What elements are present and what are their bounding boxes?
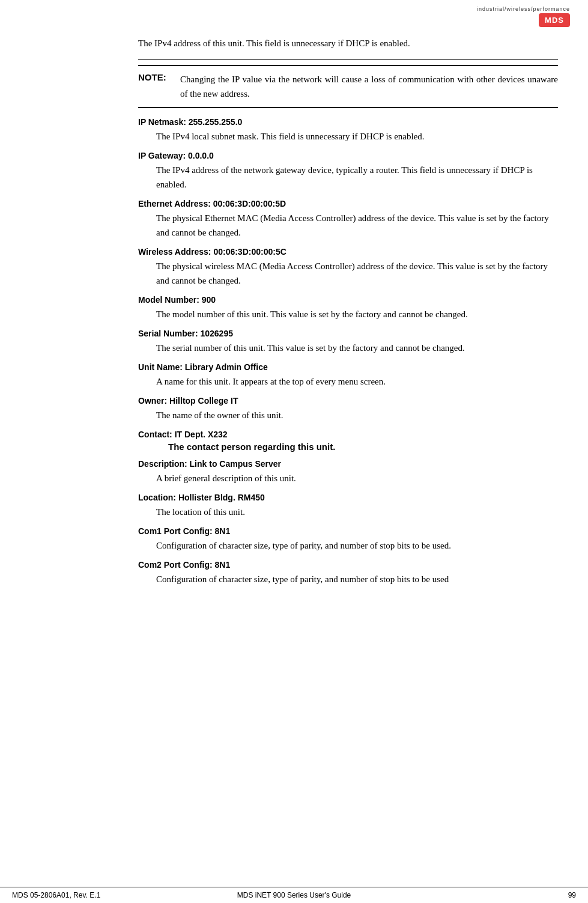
field-owner: Owner: Hilltop College IT The name of th… [138,396,558,422]
field-unit-name: Unit Name: Library Admin Office A name f… [138,362,558,389]
note-text: Changing the IP value via the network wi… [180,72,558,101]
field-ip-netmask: IP Netmask: 255.255.255.0 The IPv4 local… [138,117,558,144]
field-desc-ethernet-address: The physical Ethernet MAC (Media Access … [138,211,558,240]
field-label-com1-port: Com1 Port Config: 8N1 [138,526,558,536]
main-content: The IPv4 address of this unit. This fiel… [0,30,588,606]
field-com2-port: Com2 Port Config: 8N1 Configuration of c… [138,560,558,586]
footer-title: MDS iNET 900 Series User's Guide [200,891,388,899]
footer-doc-id: MDS 05-2806A01, Rev. E.1 [12,891,200,899]
field-wireless-address: Wireless Address: 00:06:3D:00:00:5C The … [138,247,558,288]
field-desc-unit-name: A name for this unit. It appears at the … [138,374,558,389]
field-label-wireless-address: Wireless Address: 00:06:3D:00:00:5C [138,247,558,257]
field-com1-port: Com1 Port Config: 8N1 Configuration of c… [138,526,558,553]
field-label-ip-netmask: IP Netmask: 255.255.255.0 [138,117,558,127]
field-location: Location: Hollister Bldg. RM450 The loca… [138,493,558,519]
field-ethernet-address: Ethernet Address: 00:06:3D:00:00:5D The … [138,199,558,240]
field-model-number: Model Number: 900 The model number of th… [138,295,558,321]
field-desc-location: The location of this unit. [138,505,558,519]
intro-text: The IPv4 address of this unit. This fiel… [138,36,558,50]
field-contact: Contact: IT Dept. X232 The contact perso… [138,430,558,452]
field-desc-model-number: The model number of this unit. This valu… [138,307,558,321]
field-ip-gateway: IP Gateway: 0.0.0.0 The IPv4 address of … [138,151,558,192]
field-label-serial-number: Serial Number: 1026295 [138,329,558,338]
field-desc-wireless-address: The physical wireless MAC (Media Access … [138,259,558,288]
footer: MDS 05-2806A01, Rev. E.1 MDS iNET 900 Se… [0,887,588,903]
note-box: NOTE: Changing the IP value via the netw… [138,65,558,108]
field-desc-serial-number: The serial number of this unit. This val… [138,341,558,355]
fields-container: IP Netmask: 255.255.255.0 The IPv4 local… [138,117,558,586]
field-desc-owner: The name of the owner of this unit. [138,408,558,422]
field-description: Description: Link to Campus Server A bri… [138,459,558,485]
field-label-unit-name: Unit Name: Library Admin Office [138,362,558,372]
footer-page-number: 99 [388,891,576,899]
field-label-ethernet-address: Ethernet Address: 00:06:3D:00:00:5D [138,199,558,208]
field-label-owner: Owner: Hilltop College IT [138,396,558,406]
header: industrial/wireless/performance MDS [0,0,588,30]
note-label: NOTE: [138,72,171,101]
field-desc-contact: The contact person regarding this unit. [138,442,558,452]
field-label-description: Description: Link to Campus Server [138,459,558,469]
field-label-com2-port: Com2 Port Config: 8N1 [138,560,558,570]
field-desc-ip-netmask: The IPv4 local subnet mask. This field i… [138,129,558,144]
field-desc-com2-port: Configuration of character size, type of… [138,572,558,586]
field-label-location: Location: Hollister Bldg. RM450 [138,493,558,502]
field-serial-number: Serial Number: 1026295 The serial number… [138,329,558,355]
logo-area: industrial/wireless/performance MDS [477,6,570,27]
logo-tagline: industrial/wireless/performance [477,6,570,12]
logo-badge: MDS [539,13,570,27]
field-desc-description: A brief general description of this unit… [138,471,558,485]
field-label-ip-gateway: IP Gateway: 0.0.0.0 [138,151,558,160]
field-desc-com1-port: Configuration of character size, type of… [138,538,558,553]
field-desc-ip-gateway: The IPv4 address of the network gateway … [138,163,558,192]
field-label-model-number: Model Number: 900 [138,295,558,305]
divider-top [138,59,558,60]
page: industrial/wireless/performance MDS The … [0,0,588,903]
field-label-contact: Contact: IT Dept. X232 [138,430,558,439]
